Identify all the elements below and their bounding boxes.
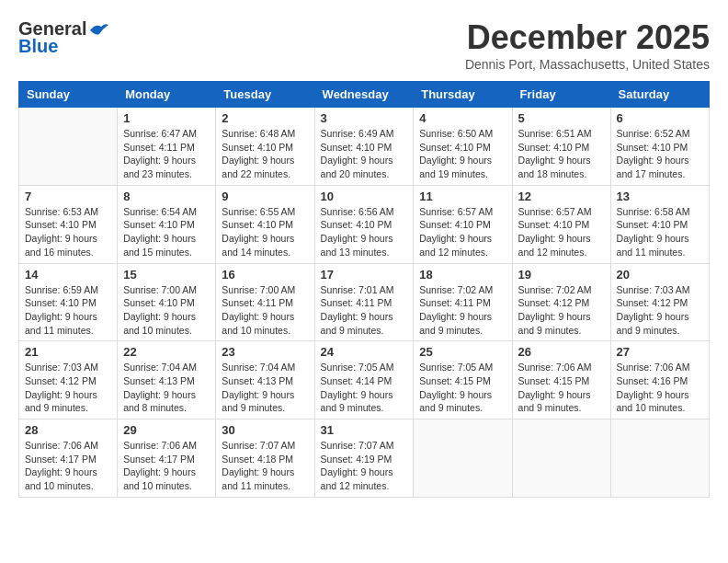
sunset-text: Sunset: 4:17 PM [25, 454, 97, 465]
day-info: Sunrise: 7:03 AM Sunset: 4:12 PM Dayligh… [25, 361, 111, 415]
sunset-text: Sunset: 4:10 PM [25, 219, 97, 230]
daylight-text: Daylight: 9 hours and 14 minutes. [222, 233, 294, 258]
day-number: 17 [321, 268, 408, 282]
sunset-text: Sunset: 4:14 PM [321, 375, 392, 386]
sunset-text: Sunset: 4:12 PM [25, 375, 97, 386]
sunrise-text: Sunrise: 6:57 AM [518, 206, 592, 217]
calendar-cell: 2 Sunrise: 6:48 AM Sunset: 4:10 PM Dayli… [216, 108, 314, 186]
daylight-text: Daylight: 9 hours and 10 minutes. [123, 311, 196, 336]
day-info: Sunrise: 7:07 AM Sunset: 4:19 PM Dayligh… [321, 439, 408, 493]
calendar-cell: 18 Sunrise: 7:02 AM Sunset: 4:11 PM Dayl… [414, 263, 512, 341]
day-number: 18 [419, 268, 506, 282]
daylight-text: Daylight: 9 hours and 15 minutes. [123, 233, 196, 258]
sunrise-text: Sunrise: 6:54 AM [123, 206, 197, 217]
calendar-header-row: SundayMondayTuesdayWednesdayThursdayFrid… [19, 82, 710, 108]
daylight-text: Daylight: 9 hours and 9 minutes. [25, 389, 97, 414]
calendar-cell [414, 419, 512, 498]
day-info: Sunrise: 6:48 AM Sunset: 4:10 PM Dayligh… [222, 127, 308, 181]
daylight-text: Daylight: 9 hours and 17 minutes. [617, 155, 689, 179]
sunset-text: Sunset: 4:11 PM [222, 297, 293, 308]
day-info: Sunrise: 6:49 AM Sunset: 4:10 PM Dayligh… [321, 127, 408, 181]
calendar-cell: 8 Sunrise: 6:54 AM Sunset: 4:10 PM Dayli… [118, 185, 216, 263]
sunset-text: Sunset: 4:17 PM [123, 454, 195, 465]
calendar-cell: 7 Sunrise: 6:53 AM Sunset: 4:10 PM Dayli… [19, 185, 118, 263]
day-number: 7 [25, 190, 111, 203]
sunset-text: Sunset: 4:15 PM [518, 375, 590, 386]
day-info: Sunrise: 7:07 AM Sunset: 4:18 PM Dayligh… [222, 439, 308, 493]
day-number: 4 [419, 111, 506, 125]
day-number: 12 [518, 190, 605, 203]
sunset-text: Sunset: 4:10 PM [123, 219, 195, 230]
sunrise-text: Sunrise: 6:48 AM [222, 128, 295, 139]
calendar-week-row: 21 Sunrise: 7:03 AM Sunset: 4:12 PM Dayl… [19, 341, 710, 419]
daylight-text: Daylight: 9 hours and 13 minutes. [321, 233, 393, 258]
calendar-cell: 15 Sunrise: 7:00 AM Sunset: 4:10 PM Dayl… [118, 263, 216, 341]
sunset-text: Sunset: 4:10 PM [123, 297, 195, 308]
sunset-text: Sunset: 4:10 PM [222, 219, 293, 230]
day-info: Sunrise: 6:51 AM Sunset: 4:10 PM Dayligh… [518, 127, 605, 181]
day-info: Sunrise: 7:02 AM Sunset: 4:11 PM Dayligh… [419, 283, 506, 338]
daylight-text: Daylight: 9 hours and 9 minutes. [222, 389, 294, 414]
logo: General Blue [18, 18, 108, 57]
daylight-text: Daylight: 9 hours and 8 minutes. [123, 389, 196, 414]
daylight-text: Daylight: 9 hours and 10 minutes. [123, 466, 196, 491]
daylight-text: Daylight: 9 hours and 12 minutes. [321, 466, 393, 491]
day-info: Sunrise: 7:00 AM Sunset: 4:11 PM Dayligh… [222, 283, 308, 338]
calendar-cell: 4 Sunrise: 6:50 AM Sunset: 4:10 PM Dayli… [414, 108, 512, 186]
sunset-text: Sunset: 4:16 PM [617, 375, 688, 386]
day-info: Sunrise: 6:57 AM Sunset: 4:10 PM Dayligh… [518, 205, 605, 259]
sunset-text: Sunset: 4:10 PM [617, 219, 688, 230]
calendar-cell: 1 Sunrise: 6:47 AM Sunset: 4:11 PM Dayli… [118, 108, 216, 186]
daylight-text: Daylight: 9 hours and 9 minutes. [321, 311, 393, 336]
sunrise-text: Sunrise: 6:53 AM [25, 206, 98, 217]
calendar-cell [19, 108, 118, 186]
sunset-text: Sunset: 4:11 PM [123, 142, 195, 153]
daylight-text: Daylight: 9 hours and 9 minutes. [419, 311, 492, 336]
daylight-text: Daylight: 9 hours and 9 minutes. [518, 389, 591, 414]
day-number: 20 [617, 268, 703, 282]
calendar-cell: 16 Sunrise: 7:00 AM Sunset: 4:11 PM Dayl… [216, 263, 314, 341]
day-info: Sunrise: 7:06 AM Sunset: 4:16 PM Dayligh… [617, 361, 703, 415]
daylight-text: Daylight: 9 hours and 12 minutes. [518, 233, 591, 258]
day-number: 19 [518, 268, 605, 282]
day-number: 9 [222, 190, 308, 203]
sunrise-text: Sunrise: 6:59 AM [25, 284, 98, 295]
daylight-text: Daylight: 9 hours and 11 minutes. [25, 311, 97, 336]
title-section: December 2025 Dennis Port, Massachusetts… [465, 18, 710, 72]
sunrise-text: Sunrise: 7:06 AM [617, 362, 690, 373]
day-number: 29 [123, 423, 210, 437]
sunset-text: Sunset: 4:15 PM [419, 375, 491, 386]
day-number: 26 [518, 345, 605, 359]
daylight-text: Daylight: 9 hours and 18 minutes. [518, 155, 591, 179]
calendar-cell: 22 Sunrise: 7:04 AM Sunset: 4:13 PM Dayl… [118, 341, 216, 419]
sunrise-text: Sunrise: 7:06 AM [518, 362, 592, 373]
daylight-text: Daylight: 9 hours and 12 minutes. [419, 233, 492, 258]
calendar-header-saturday: Saturday [610, 82, 709, 108]
daylight-text: Daylight: 9 hours and 20 minutes. [321, 155, 393, 179]
calendar-cell: 24 Sunrise: 7:05 AM Sunset: 4:14 PM Dayl… [314, 341, 414, 419]
calendar-cell: 6 Sunrise: 6:52 AM Sunset: 4:10 PM Dayli… [610, 108, 709, 186]
day-number: 25 [419, 345, 506, 359]
sunrise-text: Sunrise: 6:47 AM [123, 128, 197, 139]
day-info: Sunrise: 6:50 AM Sunset: 4:10 PM Dayligh… [419, 127, 506, 181]
daylight-text: Daylight: 9 hours and 9 minutes. [518, 311, 591, 336]
calendar-cell: 21 Sunrise: 7:03 AM Sunset: 4:12 PM Dayl… [19, 341, 118, 419]
sunrise-text: Sunrise: 7:00 AM [222, 284, 295, 295]
sunrise-text: Sunrise: 6:56 AM [321, 206, 394, 217]
calendar-week-row: 14 Sunrise: 6:59 AM Sunset: 4:10 PM Dayl… [19, 263, 710, 341]
daylight-text: Daylight: 9 hours and 9 minutes. [419, 389, 492, 414]
calendar-cell: 3 Sunrise: 6:49 AM Sunset: 4:10 PM Dayli… [314, 108, 414, 186]
sunset-text: Sunset: 4:11 PM [321, 297, 392, 308]
sunrise-text: Sunrise: 7:06 AM [25, 440, 98, 451]
day-info: Sunrise: 7:01 AM Sunset: 4:11 PM Dayligh… [321, 283, 408, 338]
sunrise-text: Sunrise: 7:01 AM [321, 284, 394, 295]
calendar-cell: 9 Sunrise: 6:55 AM Sunset: 4:10 PM Dayli… [216, 185, 314, 263]
calendar-cell: 25 Sunrise: 7:05 AM Sunset: 4:15 PM Dayl… [414, 341, 512, 419]
sunrise-text: Sunrise: 6:57 AM [419, 206, 493, 217]
day-info: Sunrise: 7:06 AM Sunset: 4:15 PM Dayligh… [518, 361, 605, 415]
day-number: 10 [321, 190, 408, 203]
sunset-text: Sunset: 4:10 PM [222, 142, 293, 153]
daylight-text: Daylight: 9 hours and 10 minutes. [617, 389, 689, 414]
calendar-cell [512, 419, 610, 498]
day-number: 1 [123, 111, 210, 125]
